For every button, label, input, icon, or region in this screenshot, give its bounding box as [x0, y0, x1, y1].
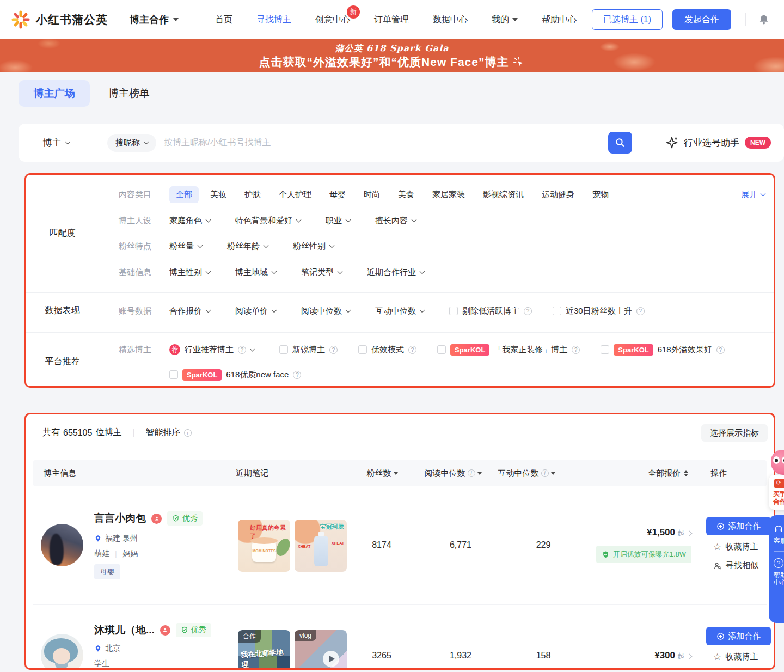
filter-check-sparkol-decorating[interactable]: SparKOL 「我家正装修」博主	[437, 344, 580, 356]
search-mode-select[interactable]: 搜昵称	[107, 134, 156, 152]
col-followers-sort[interactable]: 粉丝数	[355, 460, 409, 486]
notification-bell-icon[interactable]	[758, 14, 770, 26]
avatar[interactable]	[41, 634, 83, 670]
nav-order-management[interactable]: 订单管理	[374, 14, 409, 26]
help-icon[interactable]	[636, 307, 645, 315]
favorite-blogger-button[interactable]: ☆ 收藏博主	[706, 652, 771, 662]
filter-occupation[interactable]: 职业	[326, 216, 350, 226]
nav-help-center[interactable]: 帮助中心	[542, 14, 577, 26]
category-chip[interactable]: 家居家装	[426, 186, 471, 203]
filter-read-unit-price[interactable]: 阅读单价	[235, 306, 276, 316]
info-icon[interactable]	[541, 469, 549, 477]
category-chip[interactable]: 宠物	[586, 186, 615, 203]
price[interactable]: ¥1,500 起	[647, 527, 691, 538]
row-divider	[33, 604, 767, 605]
category-chip-all[interactable]: 全部	[169, 186, 199, 203]
filter-background-hobby[interactable]: 特色背景和爱好	[235, 216, 301, 226]
category-chip[interactable]: 美妆	[204, 186, 233, 203]
industry-assistant-entry[interactable]: 行业选号助手 NEW	[665, 136, 771, 149]
category-chip[interactable]: 影视综资讯	[476, 186, 530, 203]
start-cooperation-button[interactable]: 发起合作	[672, 9, 731, 30]
note-thumbnail[interactable]: 好用真的夸累了 MOM NOTES	[238, 520, 290, 572]
category-chip[interactable]: 母婴	[323, 186, 352, 203]
app-logo[interactable]: 小红书蒲公英	[11, 10, 108, 29]
filter-check-fans-rising[interactable]: 近30日粉丝数上升	[553, 306, 645, 316]
help-icon[interactable]	[524, 307, 532, 315]
blogger-name[interactable]: 言言小肉包	[94, 511, 146, 526]
checkbox[interactable]	[358, 345, 367, 354]
nav-home[interactable]: 首页	[215, 14, 232, 26]
nav-mine[interactable]: 我的	[492, 14, 518, 26]
category-chip[interactable]: 护肤	[238, 186, 267, 203]
col-price-sort[interactable]: 全部报价	[630, 460, 706, 486]
filter-read-median[interactable]: 阅读中位数	[301, 306, 350, 316]
selected-bloggers-button[interactable]: 已选博主 (1)	[592, 9, 663, 30]
add-cooperation-button[interactable]: 添加合作	[706, 627, 771, 645]
filter-fans-count[interactable]: 粉丝量	[169, 241, 202, 252]
checkbox[interactable]	[169, 370, 178, 379]
checkbox[interactable]	[437, 345, 446, 354]
filter-row-featured-2: SparKOL 618优质new face	[119, 366, 765, 383]
search-input[interactable]	[164, 138, 608, 148]
filter-engage-median[interactable]: 互动中位数	[375, 306, 424, 316]
category-chip[interactable]: 个人护理	[272, 186, 318, 203]
help-icon[interactable]	[329, 346, 338, 354]
filter-coop-price[interactable]: 合作报价	[169, 306, 210, 316]
category-chip[interactable]: 时尚	[357, 186, 387, 203]
expand-categories-button[interactable]: 展开	[741, 190, 765, 200]
tab-blogger-plaza[interactable]: 博主广场	[19, 80, 90, 107]
product-switcher[interactable]: 博主合作	[130, 13, 179, 26]
category-chip[interactable]: 美食	[391, 186, 421, 203]
info-icon[interactable]	[468, 469, 475, 477]
filter-check-youxiao-mode[interactable]: 优效模式	[358, 345, 416, 355]
col-engage-median-sort[interactable]: 互动中位数	[488, 460, 565, 486]
nav-data-center[interactable]: 数据中心	[433, 14, 468, 26]
checkbox[interactable]	[279, 345, 288, 354]
help-icon[interactable]	[572, 346, 580, 354]
filter-check-rising-blogger[interactable]: 新锐博主	[279, 345, 338, 355]
filter-fans-gender[interactable]: 粉丝性别	[293, 241, 334, 252]
buyer-cooperation-widget[interactable]: 买手合作	[769, 475, 784, 510]
note-thumbnail[interactable]: 宝冠珂肤 XHEAT XHEAT	[295, 520, 347, 572]
filter-check-low-active[interactable]: 剔除低活跃博主	[449, 306, 532, 316]
note-thumbnail[interactable]: 合作 我在北师学地理	[238, 630, 290, 670]
filter-content-strength[interactable]: 擅长内容	[375, 216, 416, 226]
service-help-widget[interactable]: 客服 ? 帮助中心	[769, 515, 784, 623]
tab-blogger-ranking[interactable]: 博主榜单	[108, 80, 150, 107]
filter-check-sparkol-spillover[interactable]: SparKOL 618外溢效果好	[601, 344, 724, 356]
checkbox[interactable]	[449, 307, 458, 315]
smart-sort-select[interactable]: 智能排序	[146, 427, 192, 438]
avatar[interactable]	[41, 524, 83, 566]
promo-banner[interactable]: 蒲公英 618 Spark Gala 点击获取“外溢效果好”和“优质New Fa…	[0, 39, 784, 72]
find-similar-button[interactable]: 寻找相似	[706, 560, 771, 571]
filter-blogger-gender[interactable]: 博主性别	[169, 267, 210, 278]
search-divider	[94, 135, 94, 150]
help-center-label: 帮助中心	[774, 571, 784, 587]
favorite-blogger-button[interactable]: ☆ 收藏博主	[706, 542, 771, 552]
help-icon[interactable]	[716, 346, 725, 354]
col-read-median-sort[interactable]: 阅读中位数	[415, 460, 491, 486]
info-icon[interactable]	[184, 429, 192, 437]
filter-recent-industry[interactable]: 近期合作行业	[367, 267, 424, 278]
help-icon[interactable]	[408, 346, 416, 354]
filter-blogger-region[interactable]: 博主地域	[235, 267, 276, 278]
note-thumbnail[interactable]: vlog	[295, 630, 347, 670]
category-chip[interactable]: 运动健身	[535, 186, 581, 203]
filter-fans-age[interactable]: 粉丝年龄	[227, 241, 268, 252]
add-cooperation-button[interactable]: 添加合作	[706, 517, 771, 535]
checkbox[interactable]	[553, 307, 561, 315]
price[interactable]: ¥300 起	[654, 650, 691, 661]
filter-family-role[interactable]: 家庭角色	[169, 216, 210, 226]
filter-note-type[interactable]: 笔记类型	[301, 267, 342, 278]
nav-find-bloggers[interactable]: 寻找博主	[256, 14, 291, 26]
help-icon[interactable]	[238, 346, 246, 354]
choose-metrics-button[interactable]: 选择展示指标	[701, 424, 768, 442]
blogger-name[interactable]: 沐琪儿（地...	[94, 623, 155, 637]
nav-creative-center[interactable]: 创意中心 新	[315, 14, 350, 26]
search-scope-select[interactable]: 博主	[19, 137, 94, 149]
help-icon[interactable]	[293, 371, 301, 379]
search-button[interactable]	[608, 132, 632, 154]
checkbox[interactable]	[601, 345, 609, 354]
filter-check-sparkol-newface[interactable]: SparKOL 618优质new face	[169, 369, 301, 381]
filter-industry-recommend[interactable]: 荐 行业推荐博主	[169, 344, 254, 355]
